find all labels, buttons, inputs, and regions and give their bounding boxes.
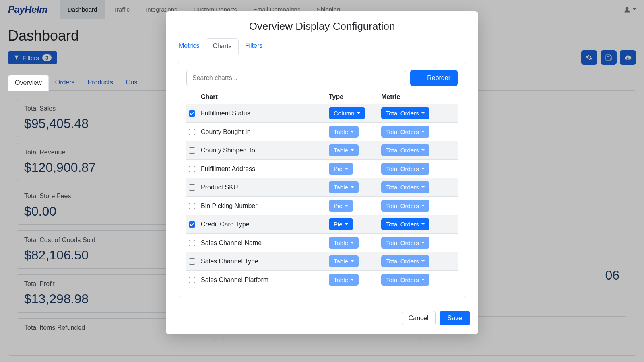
chevron-down-icon (421, 112, 425, 114)
chart-checkbox[interactable] (189, 277, 195, 283)
metric-dropdown[interactable]: Total Orders (381, 237, 429, 249)
chart-row: Product SKUTableTotal Orders (186, 178, 458, 196)
metric-dropdown[interactable]: Total Orders (381, 144, 429, 156)
chevron-down-icon (421, 168, 425, 170)
chevron-down-icon (421, 131, 425, 133)
search-charts-input[interactable] (186, 70, 406, 86)
chevron-down-icon (345, 205, 348, 207)
metric-dropdown[interactable]: Total Orders (381, 107, 429, 119)
chevron-down-icon (351, 242, 354, 244)
modal-tab-charts[interactable]: Charts (206, 38, 239, 54)
chart-row: Sales Channel NameTableTotal Orders (186, 233, 458, 252)
col-metric-label: Metric (381, 93, 455, 101)
chevron-down-icon (351, 131, 354, 133)
chevron-down-icon (421, 223, 425, 225)
modal-footer: Cancel Save (166, 304, 478, 334)
chevron-down-icon (357, 112, 360, 114)
chart-name: County Shipped To (201, 147, 255, 154)
chevron-down-icon (421, 242, 425, 244)
list-icon (417, 75, 424, 81)
save-button[interactable]: Save (440, 311, 470, 325)
config-modal: Overview Display Configuration MetricsCh… (166, 11, 478, 334)
cancel-button[interactable]: Cancel (402, 311, 436, 325)
chevron-down-icon (351, 149, 354, 151)
chart-checkbox[interactable] (189, 110, 195, 117)
type-dropdown[interactable]: Table (329, 255, 359, 267)
chart-checkbox[interactable] (189, 129, 195, 135)
metric-dropdown[interactable]: Total Orders (381, 255, 429, 267)
chart-name: Sales Channel Name (201, 239, 262, 247)
type-dropdown[interactable]: Table (329, 274, 359, 286)
metric-dropdown[interactable]: Total Orders (381, 181, 429, 193)
chart-checkbox[interactable] (189, 203, 195, 209)
chart-name: Sales Channel Type (201, 258, 258, 265)
type-dropdown[interactable]: Table (329, 144, 359, 156)
type-dropdown[interactable]: Pie (329, 218, 353, 230)
col-type-label: Type (329, 93, 381, 101)
type-dropdown[interactable]: Pie (329, 163, 353, 175)
reorder-label: Reorder (427, 74, 450, 82)
chevron-down-icon (421, 260, 425, 262)
chart-name: Bin Picking Number (201, 202, 258, 210)
chart-row: Sales Channel PlatformTableTotal Orders (186, 270, 458, 289)
modal-tab-filters[interactable]: Filters (239, 38, 269, 54)
type-dropdown[interactable]: Table (329, 126, 359, 138)
charts-panel: Reorder Chart Type Metric Fulfillment St… (178, 62, 466, 297)
reorder-button[interactable]: Reorder (410, 70, 458, 86)
chart-name: County Bought In (201, 128, 251, 136)
type-dropdown[interactable]: Column (329, 107, 365, 119)
chart-row: County Shipped ToTableTotal Orders (186, 141, 458, 159)
chevron-down-icon (421, 186, 425, 188)
chart-row: Sales Channel TypeTableTotal Orders (186, 252, 458, 270)
chevron-down-icon (421, 149, 425, 151)
type-dropdown[interactable]: Pie (329, 200, 353, 212)
modal-body: Reorder Chart Type Metric Fulfillment St… (166, 54, 478, 304)
chart-name: Fulfillment Status (201, 110, 250, 117)
chart-checkbox[interactable] (189, 240, 195, 246)
chart-name: Credit Card Type (201, 221, 250, 228)
chart-rows: Fulfillment StatusColumnTotal OrdersCoun… (186, 104, 458, 289)
modal-title: Overview Display Configuration (166, 11, 478, 38)
chevron-down-icon (351, 279, 354, 281)
chevron-down-icon (421, 205, 425, 207)
metric-dropdown[interactable]: Total Orders (381, 218, 429, 230)
modal-overlay[interactable]: Overview Display Configuration MetricsCh… (0, 0, 644, 362)
chevron-down-icon (351, 260, 354, 262)
chart-checkbox[interactable] (189, 184, 195, 191)
chart-table-head: Chart Type Metric (186, 90, 458, 104)
metric-dropdown[interactable]: Total Orders (381, 274, 429, 286)
type-dropdown[interactable]: Table (329, 181, 359, 193)
chevron-down-icon (345, 168, 348, 170)
type-dropdown[interactable]: Table (329, 237, 359, 249)
chart-row: County Bought InTableTotal Orders (186, 122, 458, 141)
modal-tabs: MetricsChartsFilters (166, 38, 478, 54)
chevron-down-icon (345, 223, 348, 225)
metric-dropdown[interactable]: Total Orders (381, 163, 429, 175)
chevron-down-icon (421, 279, 425, 281)
chart-row: Bin Picking NumberPieTotal Orders (186, 196, 458, 215)
chart-name: Sales Channel Platform (201, 276, 268, 284)
chart-row: Fulfillment StatusColumnTotal Orders (186, 104, 458, 122)
subtab-overview[interactable]: Overview (8, 75, 49, 91)
panel-top: Reorder (186, 70, 458, 86)
chevron-down-icon (351, 186, 354, 188)
chart-name: Product SKU (201, 184, 238, 191)
chart-row: Fulfillment AddressPieTotal Orders (186, 159, 458, 178)
chart-row: Credit Card TypePieTotal Orders (186, 215, 458, 233)
chart-checkbox[interactable] (189, 147, 195, 154)
chart-checkbox[interactable] (189, 258, 195, 265)
metric-dropdown[interactable]: Total Orders (381, 200, 429, 212)
chart-checkbox[interactable] (189, 221, 195, 228)
chart-checkbox[interactable] (189, 166, 195, 172)
chart-name: Fulfillment Address (201, 165, 255, 173)
modal-tab-metrics[interactable]: Metrics (172, 38, 206, 54)
metric-dropdown[interactable]: Total Orders (381, 126, 429, 138)
col-chart-label: Chart (201, 93, 218, 101)
